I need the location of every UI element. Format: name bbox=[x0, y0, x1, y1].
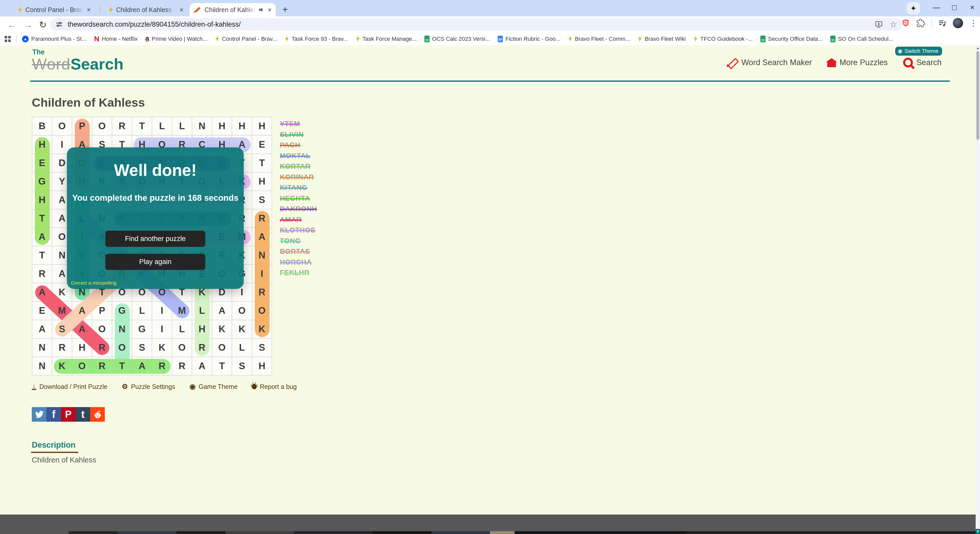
browser-tab[interactable]: Children of Kahless - Bravo Fle× bbox=[105, 3, 188, 16]
grid-cell[interactable]: A bbox=[212, 302, 232, 320]
share-reddit-button[interactable] bbox=[90, 407, 105, 422]
tab-close-icon[interactable]: × bbox=[180, 6, 183, 14]
play-again-button[interactable]: Play again bbox=[105, 254, 205, 270]
new-tab-button[interactable]: + bbox=[282, 4, 288, 15]
maximize-button[interactable]: □ bbox=[947, 0, 962, 15]
grid-cell[interactable]: S bbox=[252, 339, 272, 357]
nav-item[interactable]: Word Search Maker bbox=[727, 57, 812, 68]
grid-cell[interactable]: R bbox=[112, 117, 132, 135]
scrollbar-thumb[interactable] bbox=[977, 51, 979, 140]
nav-item[interactable]: Search bbox=[903, 58, 942, 67]
grid-cell[interactable]: S bbox=[252, 191, 272, 209]
grid-cell[interactable]: L bbox=[232, 339, 252, 357]
grid-cell[interactable]: H bbox=[252, 172, 272, 191]
bookmark-item[interactable]: Task Force Manage... bbox=[356, 36, 417, 42]
bookmark-item[interactable]: Control Panel - Brav... bbox=[215, 36, 277, 42]
site-logo[interactable]: TheWordSearch bbox=[32, 49, 124, 72]
bookmark-item[interactable]: Bravo Fleet - Comm... bbox=[568, 36, 630, 42]
browser-tab[interactable]: Control Panel - Bravo Fleet× bbox=[14, 3, 95, 16]
grid-cell[interactable]: S bbox=[232, 357, 252, 376]
bookmark-item[interactable]: Bravo Fleet Wiki bbox=[638, 36, 686, 42]
grid-cell[interactable]: O bbox=[232, 302, 252, 320]
grid-cell[interactable]: L bbox=[152, 117, 172, 135]
grid-cell[interactable]: R bbox=[172, 357, 192, 376]
grid-cell[interactable]: H bbox=[252, 117, 272, 135]
grid-cell[interactable]: H bbox=[212, 117, 232, 135]
grid-cell[interactable]: A bbox=[192, 357, 212, 376]
adblock-shield-icon[interactable] bbox=[901, 18, 910, 28]
grid-cell[interactable]: E bbox=[252, 135, 272, 154]
grid-cell[interactable]: R bbox=[32, 265, 52, 283]
back-icon[interactable]: ← bbox=[7, 19, 16, 30]
scroll-down-arrow[interactable]: ▼ bbox=[976, 529, 980, 534]
install-icon[interactable] bbox=[875, 20, 883, 29]
grid-cell[interactable]: T bbox=[32, 246, 52, 265]
kebab-menu-icon[interactable]: ⋮ bbox=[969, 18, 977, 28]
grid-cell[interactable]: T bbox=[132, 117, 152, 135]
bookmark-star-icon[interactable]: ☆ bbox=[889, 19, 897, 29]
grid-cell[interactable]: K bbox=[212, 320, 232, 339]
grid-cell[interactable]: H bbox=[232, 117, 252, 135]
address-bar[interactable]: thewordsearch.com/puzzle/8904155/childre… bbox=[50, 18, 902, 30]
bookmark-item[interactable]: NHome - Netflix bbox=[94, 36, 138, 42]
grid-cell[interactable]: L bbox=[172, 320, 192, 339]
playlist-media-icon[interactable] bbox=[938, 19, 947, 27]
bookmark-item[interactable]: Fiction Rubric - Goo... bbox=[498, 36, 560, 42]
grid-cell[interactable]: H bbox=[252, 357, 272, 376]
grid-cell[interactable]: I bbox=[152, 320, 172, 339]
apps-grid-icon[interactable] bbox=[5, 36, 11, 42]
grid-cell[interactable]: O bbox=[92, 117, 112, 135]
correct-misspelling-link[interactable]: Correct a misspelling bbox=[71, 280, 116, 286]
close-button[interactable]: × bbox=[965, 0, 980, 15]
tab-close-icon[interactable]: × bbox=[87, 6, 91, 14]
tab-close-icon[interactable]: × bbox=[268, 6, 272, 14]
bookmark-item[interactable]: TFCO Guidebook -... bbox=[694, 36, 752, 42]
bookmark-item[interactable]: Task Force 93 - Brav... bbox=[285, 36, 348, 42]
profile-avatar[interactable] bbox=[953, 18, 963, 28]
action-gear[interactable]: ⚙Puzzle Settings bbox=[122, 383, 175, 391]
minimize-button[interactable]: — bbox=[929, 0, 944, 15]
switch-theme-button[interactable]: ◉ Switch Theme bbox=[895, 47, 942, 56]
action-download[interactable]: ↓Download / Print Puzzle bbox=[32, 383, 107, 391]
grid-cell[interactable]: K bbox=[152, 339, 172, 357]
share-tumblr-button[interactable]: t bbox=[76, 407, 90, 422]
tune-icon[interactable] bbox=[56, 21, 63, 28]
browser-tab[interactable]: Children of Kahless Word S× bbox=[189, 3, 276, 16]
share-facebook-button[interactable]: f bbox=[46, 407, 61, 422]
grid-cell[interactable]: N bbox=[32, 339, 52, 357]
grid-cell[interactable]: K bbox=[232, 320, 252, 339]
grid-cell[interactable]: T bbox=[212, 357, 232, 376]
action-bug[interactable]: Report a bug bbox=[252, 383, 297, 391]
grid-cell[interactable]: N bbox=[32, 357, 52, 376]
grid-cell[interactable]: R bbox=[52, 339, 72, 357]
grid-cell[interactable]: B bbox=[32, 117, 52, 135]
grid-cell[interactable]: S bbox=[132, 339, 152, 357]
browser-ai-button[interactable]: ✦ bbox=[907, 2, 920, 14]
share-pinterest-button[interactable]: P bbox=[61, 407, 76, 422]
grid-cell[interactable]: L bbox=[172, 117, 192, 135]
grid-cell[interactable]: N bbox=[192, 117, 212, 135]
share-twitter-button[interactable] bbox=[32, 407, 46, 422]
bookmark-item[interactable]: SO On Call Schedul... bbox=[830, 36, 893, 42]
bookmark-item[interactable]: OCS Calc 2023 Versi... bbox=[425, 36, 490, 42]
grid-cell[interactable]: L bbox=[132, 302, 152, 320]
bookmark-item[interactable]: Security Office Data... bbox=[760, 36, 823, 42]
forward-icon[interactable]: → bbox=[24, 19, 33, 30]
tab-audio-icon[interactable] bbox=[259, 7, 265, 13]
grid-cell[interactable]: O bbox=[172, 339, 192, 357]
bookmark-item[interactable]: aPrime Video | Watch... bbox=[145, 35, 207, 42]
grid-cell[interactable]: T bbox=[252, 154, 272, 172]
find-another-puzzle-button[interactable]: Find another puzzle bbox=[105, 231, 205, 247]
action-theme[interactable]: ◉Game Theme bbox=[189, 383, 237, 391]
bookmark-item[interactable]: ▲Paramount Plus - St... bbox=[22, 36, 86, 42]
grid-cell[interactable]: G bbox=[132, 320, 152, 339]
grid-cell[interactable]: A bbox=[32, 320, 52, 339]
grid-cell[interactable]: O bbox=[52, 117, 72, 135]
extensions-puzzle-icon[interactable] bbox=[916, 19, 925, 27]
reload-icon[interactable]: ↻ bbox=[39, 19, 47, 30]
scroll-up-arrow[interactable]: ▲ bbox=[976, 46, 980, 51]
scrollbar[interactable]: ▲ ▼ bbox=[976, 45, 980, 534]
nav-item[interactable]: More Puzzles bbox=[827, 58, 888, 67]
grid-cell[interactable]: O bbox=[212, 339, 232, 357]
url-text[interactable]: thewordsearch.com/puzzle/8904155/childre… bbox=[68, 21, 875, 29]
